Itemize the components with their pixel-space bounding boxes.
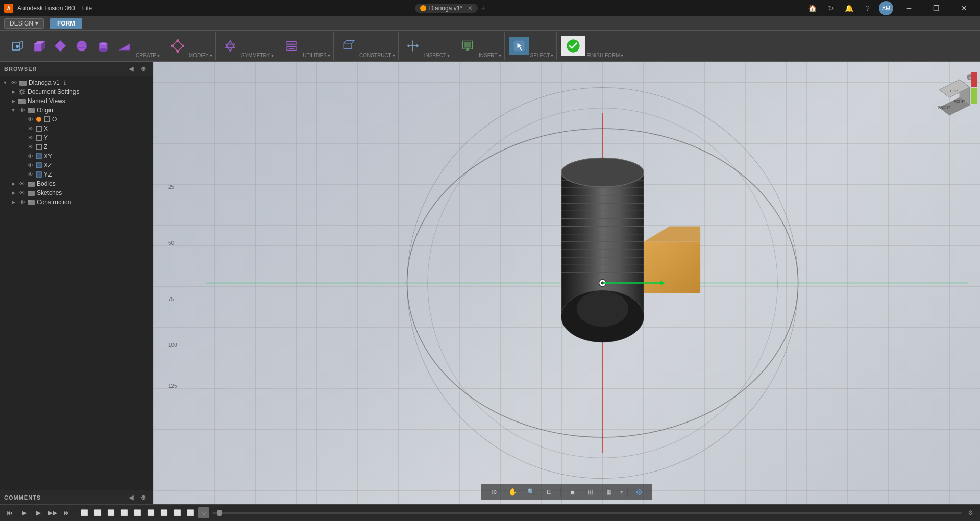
tree-item-origin-yz[interactable]: 👁 YZ	[0, 170, 153, 179]
tree-item-construction[interactable]: ▶ 👁 Construction	[0, 197, 153, 207]
tree-item-doc-settings[interactable]: ▶ Document Settings	[0, 87, 153, 96]
tree-eye-xy[interactable]: 👁	[27, 153, 34, 160]
select-tool-button[interactable]	[509, 37, 529, 55]
display-mode-button[interactable]: ▣	[565, 486, 579, 498]
refresh-icon[interactable]: ↻	[824, 1, 838, 15]
tree-label-root: Dianoga v1	[29, 79, 60, 86]
tree-item-origin-x[interactable]: 👁 X	[0, 124, 153, 133]
minimize-button[interactable]: ─	[897, 0, 921, 16]
tree-eye-root[interactable]: 👁	[10, 79, 17, 86]
insert-tool-button[interactable]	[457, 37, 478, 55]
first-frame-button[interactable]: ⏮	[4, 507, 15, 518]
tree-eye-construction[interactable]: 👁	[18, 199, 26, 206]
create-group-label[interactable]: CREATE ▾	[136, 53, 160, 60]
finish-form-label[interactable]: FINISH FORM ▾	[586, 53, 623, 60]
tree-item-bodies[interactable]: ▶ 👁 Bodies	[0, 179, 153, 188]
modify-group-label[interactable]: MODIFY ▾	[189, 53, 212, 60]
pan-button[interactable]: ✋	[505, 486, 520, 498]
env-button[interactable]: ▦	[602, 486, 616, 498]
fit-view-button[interactable]: ⊡	[542, 486, 556, 498]
play-button[interactable]: ▶	[33, 507, 44, 518]
timeline-marker[interactable]	[217, 510, 222, 516]
tree-item-sketches[interactable]: ▶ 👁 Sketches	[0, 188, 153, 197]
modify-tool-button[interactable]	[167, 37, 188, 55]
notification-icon[interactable]: 🔔	[842, 1, 856, 15]
browser-pin-button[interactable]: ⊕	[138, 64, 149, 74]
timeline-tool-9[interactable]: ⬜	[185, 507, 196, 518]
tree-item-origin-o[interactable]: 👁 O	[0, 115, 153, 124]
svg-rect-44	[19, 81, 22, 82]
cylinder-tool-button[interactable]	[93, 37, 113, 55]
sphere-tool-button[interactable]	[71, 37, 92, 55]
timeline-tool-1[interactable]: ⬜	[79, 507, 90, 518]
timeline-bar[interactable]	[212, 512, 962, 514]
document-tab[interactable]: Dianoga v1* ✕	[415, 4, 478, 13]
new-tab-button[interactable]: +	[481, 4, 485, 13]
tree-eye-sketches[interactable]: 👁	[18, 189, 26, 196]
viewport[interactable]: 25 50 75 100 125	[153, 62, 980, 504]
tree-eye-y[interactable]: 👁	[27, 134, 34, 141]
tree-eye-bodies[interactable]: 👁	[18, 180, 26, 187]
timeline-settings-button[interactable]: ⚙	[965, 507, 976, 518]
help-icon[interactable]: ?	[861, 1, 875, 15]
tree-info-icon[interactable]: ℹ	[64, 80, 66, 86]
insert-group-label[interactable]: INSERT ▾	[479, 53, 501, 60]
zoom-button[interactable]: 🔍	[524, 486, 538, 498]
browser-back-button[interactable]: ◀	[126, 64, 136, 74]
home-icon[interactable]: 🏠	[805, 1, 820, 15]
nav-cube[interactable]: TOP RIGHT FRONT ⌂	[929, 72, 970, 113]
menu-file[interactable]: File	[79, 5, 95, 12]
timeline-tool-6[interactable]: ⬜	[145, 507, 156, 518]
timeline-tool-4[interactable]: ⬜	[118, 507, 130, 518]
box-tool-button[interactable]	[29, 37, 49, 55]
settings-button-vp[interactable]: ⚙	[632, 486, 646, 498]
close-button[interactable]: ✕	[952, 0, 976, 16]
tree-item-origin-z[interactable]: 👁 Z	[0, 142, 153, 152]
utilities-tool-button[interactable]	[281, 37, 302, 55]
svg-rect-47	[18, 99, 21, 101]
wedge-tool-button[interactable]	[114, 37, 135, 55]
user-avatar[interactable]: AM	[879, 1, 893, 15]
timeline-tool-7[interactable]: ⬜	[158, 507, 169, 518]
timeline-tool-2[interactable]: ⬜	[92, 507, 103, 518]
tree-eye-z[interactable]: 👁	[27, 143, 34, 151]
tree-eye-x[interactable]: 👁	[27, 125, 34, 132]
form-tab[interactable]: FORM	[50, 18, 82, 29]
inspect-group-label[interactable]: INSPECT ▾	[424, 53, 450, 60]
tree-item-origin-y[interactable]: 👁 Y	[0, 133, 153, 142]
symmetry-group-label[interactable]: SYMMETRY ▾	[241, 53, 274, 60]
prev-frame-button[interactable]: ▶	[18, 507, 30, 518]
tree-eye-o[interactable]: 👁	[27, 116, 34, 123]
symmetry-tool-button[interactable]	[220, 37, 240, 55]
tree-item-origin-xy[interactable]: 👁 XY	[0, 152, 153, 161]
create-plane-button[interactable]	[7, 37, 28, 55]
timeline-tool-5[interactable]: ⬜	[132, 507, 143, 518]
timeline-tool-3[interactable]: ⬜	[105, 507, 116, 518]
construct-group-label[interactable]: CONSTRUCT ▾	[359, 53, 395, 60]
grid-button[interactable]: ⊞	[583, 486, 598, 498]
tab-close-icon[interactable]: ✕	[468, 5, 473, 12]
tree-item-named-views[interactable]: ▶ Named Views	[0, 96, 153, 106]
comments-pin-button[interactable]: ⊕	[138, 492, 149, 503]
utilities-group-label[interactable]: UTILITIES ▾	[303, 53, 330, 60]
construct-tool-button[interactable]	[338, 37, 358, 55]
comments-back-button[interactable]: ◀	[126, 492, 136, 503]
design-mode-button[interactable]: DESIGN ▾	[4, 18, 44, 29]
maximize-button[interactable]: ❐	[925, 0, 948, 16]
tree-item-origin-xz[interactable]: 👁 XZ	[0, 161, 153, 170]
diamond-tool-button[interactable]	[50, 37, 70, 55]
tree-eye-origin[interactable]: 👁	[18, 107, 26, 114]
next-frame-button[interactable]: ▶▶	[47, 507, 58, 518]
last-frame-button[interactable]: ⏭	[61, 507, 72, 518]
tree-eye-yz[interactable]: 👁	[27, 171, 34, 178]
finish-form-button[interactable]	[561, 36, 585, 56]
timeline-tool-10[interactable]: ▽	[198, 507, 209, 518]
tree-label-xy: XY	[44, 153, 52, 160]
orbit-button[interactable]: ⊕	[487, 486, 501, 498]
tree-eye-xz[interactable]: 👁	[27, 162, 34, 169]
timeline-tool-8[interactable]: ⬜	[172, 507, 183, 518]
inspect-tool-button[interactable]	[403, 37, 423, 55]
select-group-label[interactable]: SELECT ▾	[530, 53, 554, 60]
tree-item-origin[interactable]: ▼ 👁 Origin	[0, 106, 153, 115]
tree-item-root[interactable]: ▼ 👁 Dianoga v1 ℹ	[0, 78, 153, 87]
